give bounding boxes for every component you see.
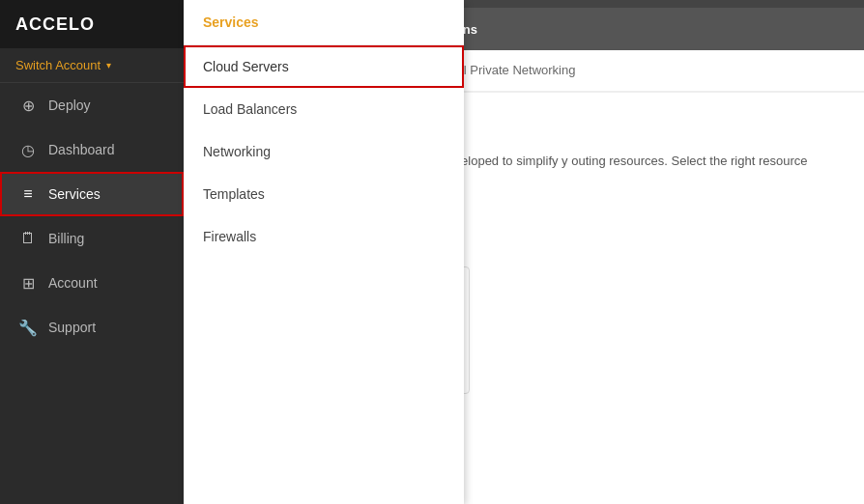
sidebar-item-dashboard-label: Dashboard (48, 142, 115, 157)
services-icon: ≡ (19, 185, 37, 203)
sidebar-logo: ACCELO (0, 0, 184, 48)
dropdown-item-load-balancers[interactable]: Load Balancers (184, 88, 464, 130)
sidebar-item-billing[interactable]: 🗒 Billing (0, 216, 184, 261)
sidebar-item-dashboard[interactable]: ◷ Dashboard (0, 127, 184, 172)
dropdown-item-firewalls[interactable]: Firewalls (184, 215, 464, 258)
sidebar-item-billing-label: Billing (48, 231, 84, 246)
sidebar-item-services-label: Services (48, 186, 101, 202)
sidebar-item-support[interactable]: 🔧 Support (0, 305, 184, 350)
sidebar-item-deploy-label: Deploy (48, 98, 91, 113)
dashboard-icon: ◷ (19, 141, 37, 158)
deploy-icon: ⊕ (19, 97, 37, 114)
sidebar-nav: ⊕ Deploy ◷ Dashboard ≡ Services 🗒 Billin… (0, 83, 184, 504)
sidebar: ACCELO Switch Account ▾ ⊕ Deploy ◷ Dashb… (0, 0, 184, 504)
logo-text: ACCELO (15, 14, 95, 35)
sidebar-item-account-label: Account (48, 275, 98, 291)
dropdown-header: Services (184, 0, 464, 45)
support-icon: 🔧 (19, 319, 37, 336)
switch-account[interactable]: Switch Account ▾ (0, 48, 184, 83)
chevron-down-icon: ▾ (106, 60, 111, 70)
dropdown-item-cloud-servers[interactable]: Cloud Servers (184, 45, 464, 88)
dropdown-item-networking[interactable]: Networking (184, 130, 464, 173)
dropdown-header-label: Services (203, 14, 259, 30)
sidebar-item-account[interactable]: ⊞ Account (0, 261, 184, 305)
account-icon: ⊞ (19, 274, 37, 292)
switch-account-label[interactable]: Switch Account (15, 58, 101, 72)
sidebar-item-services[interactable]: ≡ Services (0, 172, 184, 216)
billing-icon: 🗒 (19, 230, 37, 247)
sidebar-item-deploy[interactable]: ⊕ Deploy (0, 83, 184, 127)
dropdown-item-templates[interactable]: Templates (184, 173, 464, 215)
sidebar-item-support-label: Support (48, 320, 96, 335)
services-dropdown: Services Cloud Servers Load Balancers Ne… (184, 0, 464, 504)
